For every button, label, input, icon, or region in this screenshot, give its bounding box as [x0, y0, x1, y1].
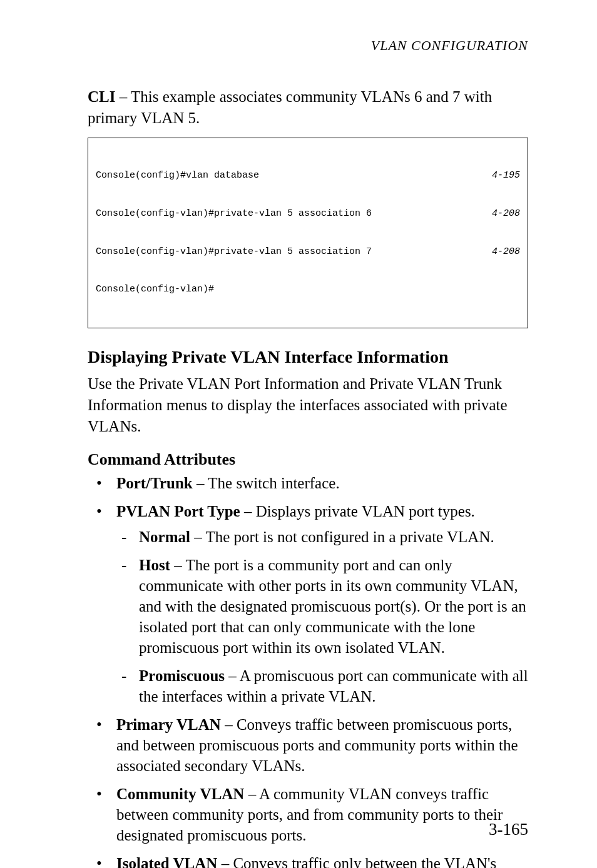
page-number: 3-165: [489, 820, 528, 839]
desc: – Displays private VLAN port types.: [240, 503, 475, 520]
term: PVLAN Port Type: [116, 503, 240, 520]
list-item: Isolated VLAN – Conveys traffic only bet…: [88, 853, 528, 868]
term: Primary VLAN: [116, 716, 221, 733]
list-item: Promiscuous – A promiscuous port can com…: [116, 665, 528, 707]
desc: – The switch interface.: [193, 475, 340, 492]
cli-label: CLI: [88, 88, 115, 105]
code-line: Console(config)#vlan database 4-195: [96, 169, 520, 182]
term: Isolated VLAN: [116, 855, 217, 868]
sub-list: Normal – The port is not configured in a…: [116, 527, 528, 707]
code-block: Console(config)#vlan database 4-195 Cons…: [88, 138, 528, 329]
term: Port/Trunk: [116, 475, 193, 492]
page: VLAN CONFIGURATION CLI – This example as…: [0, 0, 597, 868]
code-cmd: Console(config-vlan)#private-vlan 5 asso…: [96, 208, 372, 220]
list-item: Port/Trunk – The switch interface.: [88, 473, 528, 493]
intro-text: – This example associates community VLAN…: [88, 88, 492, 126]
list-item: Normal – The port is not configured in a…: [116, 527, 528, 547]
code-cmd: Console(config-vlan)#private-vlan 5 asso…: [96, 246, 372, 258]
desc: – The port is a community port and can o…: [139, 557, 526, 656]
term: Promiscuous: [139, 667, 225, 684]
code-line: Console(config-vlan)#private-vlan 5 asso…: [96, 208, 520, 220]
list-item: Primary VLAN – Conveys traffic between p…: [88, 714, 528, 776]
list-item: Host – The port is a community port and …: [116, 555, 528, 658]
list-item: Community VLAN – A community VLAN convey…: [88, 784, 528, 845]
running-header: VLAN CONFIGURATION: [88, 38, 528, 54]
code-ref: 4-195: [492, 169, 520, 182]
term: Community VLAN: [116, 785, 244, 802]
section-heading: Displaying Private VLAN Interface Inform…: [88, 347, 528, 367]
code-line: Console(config-vlan)#: [96, 283, 520, 296]
term: Host: [139, 557, 170, 573]
desc: – The port is not configured in a privat…: [190, 528, 494, 545]
section-paragraph: Use the Private VLAN Port Information an…: [88, 373, 528, 437]
code-cmd: Console(config-vlan)#: [96, 283, 214, 296]
intro-paragraph: CLI – This example associates community …: [88, 86, 528, 129]
code-ref: 4-208: [492, 208, 520, 220]
term: Normal: [139, 528, 190, 545]
command-attributes-heading: Command Attributes: [88, 450, 528, 469]
attributes-list: Port/Trunk – The switch interface. PVLAN…: [88, 473, 528, 868]
list-item: PVLAN Port Type – Displays private VLAN …: [88, 501, 528, 707]
code-line: Console(config-vlan)#private-vlan 5 asso…: [96, 246, 520, 258]
code-ref: 4-208: [492, 246, 520, 258]
code-cmd: Console(config)#vlan database: [96, 169, 259, 182]
